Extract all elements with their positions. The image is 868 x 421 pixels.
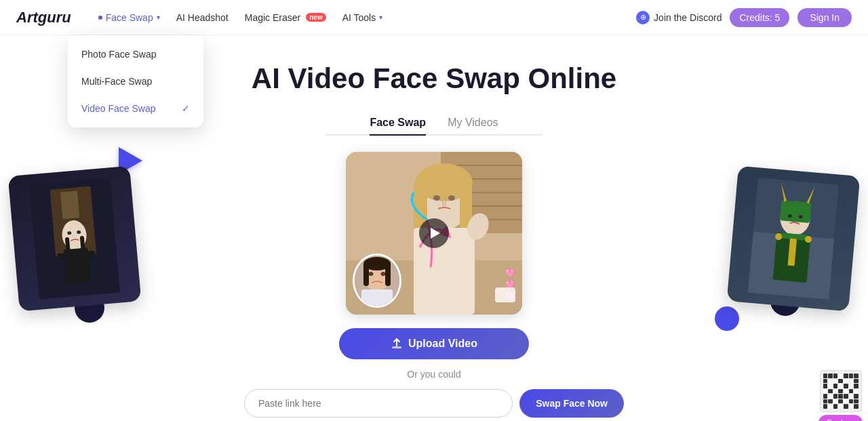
paste-row: Swap Face Now (244, 389, 624, 418)
signin-button[interactable]: Sign In (797, 8, 852, 27)
qr-code (820, 370, 862, 412)
page-title: AI Video Face Swap Online (252, 62, 616, 95)
wednesday-figure (29, 178, 120, 300)
upload-icon (391, 338, 403, 350)
or-text: Or you could (407, 369, 460, 380)
tabs-container: Face Swap My Videos (326, 111, 542, 136)
tab-face-swap[interactable]: Face Swap (370, 111, 426, 136)
dropdown-multi-face-swap[interactable]: Multi-Face Swap (68, 68, 203, 95)
nav-ai-tools-label: AI Tools (342, 12, 376, 23)
discord-label: Join the Discord (654, 12, 722, 23)
nav-ai-headshot-label: AI Headshot (176, 12, 229, 23)
side-image-wednesday (8, 166, 142, 312)
side-image-loki (727, 166, 861, 312)
logo[interactable]: Artguru (16, 9, 71, 26)
svg-rect-14 (780, 200, 811, 223)
nav-ai-tools[interactable]: AI Tools ▾ (334, 0, 391, 35)
discord-icon: ⊕ (636, 11, 650, 24)
svg-point-40 (369, 272, 374, 276)
dropdown-item-label: Photo Face Swap (81, 49, 157, 60)
svg-point-34 (433, 195, 440, 201)
check-icon: ✓ (182, 103, 190, 114)
dropdown-video-face-swap[interactable]: Video Face Swap ✓ (68, 95, 203, 122)
svg-point-35 (448, 195, 455, 201)
nav-face-swap[interactable]: Face Swap ▾ (90, 0, 168, 35)
face-thumbnail (353, 254, 401, 308)
play-icon (431, 228, 440, 239)
blue-circle-right (715, 306, 739, 331)
face-thumb-svg (355, 256, 399, 306)
svg-rect-2 (60, 191, 79, 219)
svg-point-41 (381, 272, 386, 276)
paste-link-input[interactable] (244, 389, 513, 418)
upload-btn-label: Upload Video (408, 338, 477, 350)
svg-rect-44 (385, 262, 391, 286)
explore-button[interactable]: Explore (818, 415, 863, 421)
loki-figure (748, 178, 839, 300)
nav-magic-eraser-label: Magic Eraser (245, 12, 300, 23)
dropdown-item-label-3: Video Face Swap (81, 103, 155, 114)
white-card-decoration (495, 287, 515, 302)
nav-face-swap-label: Face Swap (106, 12, 153, 23)
nav-magic-eraser[interactable]: Magic Eraser new (237, 0, 334, 35)
video-preview: 🩷 🩷 🩷 (346, 152, 522, 315)
svg-rect-43 (363, 262, 369, 286)
new-badge: new (306, 13, 326, 22)
face-swap-dropdown: Photo Face Swap Multi-Face Swap Video Fa… (68, 35, 203, 127)
header-right: ⊕ Join the Discord Credits: 5 Sign In (636, 8, 852, 27)
header: Artguru Face Swap ▾ AI Headshot Magic Er… (0, 0, 868, 35)
upload-video-button[interactable]: Upload Video (339, 328, 529, 359)
svg-rect-46 (392, 346, 401, 348)
qr-area: Explore (818, 370, 863, 421)
chevron-down-icon: ▾ (157, 14, 160, 21)
tab-my-videos[interactable]: My Videos (448, 111, 498, 136)
credits-button[interactable]: Credits: 5 (730, 8, 789, 27)
dropdown-photo-face-swap[interactable]: Photo Face Swap (68, 41, 203, 68)
nav-ai-headshot[interactable]: AI Headshot (168, 0, 237, 35)
chevron-down-icon-2: ▾ (379, 14, 382, 21)
nav-dot (98, 16, 102, 20)
video-play-button[interactable] (419, 218, 449, 248)
dropdown-item-label-2: Multi-Face Swap (81, 76, 152, 87)
svg-rect-45 (361, 289, 393, 306)
swap-face-now-button[interactable]: Swap Face Now (519, 389, 624, 418)
heart-1: 🩷 (505, 268, 515, 278)
discord-button[interactable]: ⊕ Join the Discord (636, 11, 722, 24)
